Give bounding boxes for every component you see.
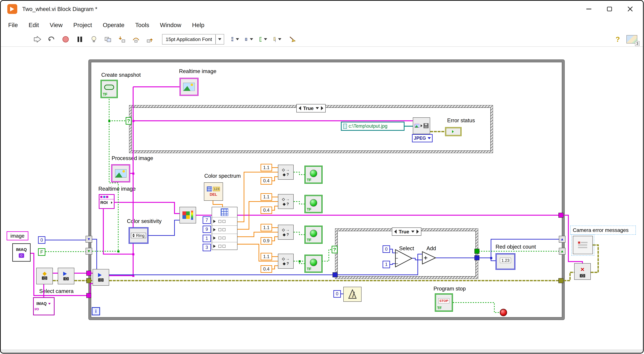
image-thumbnail-icon <box>414 124 420 128</box>
add-function-node[interactable] <box>422 251 436 264</box>
tunnel-image-in[interactable] <box>86 293 91 298</box>
tunnel-session-out[interactable] <box>558 213 564 218</box>
threshold-hi-4[interactable]: 1.1 <box>260 253 272 260</box>
wire-add-to-indicator <box>435 258 496 261</box>
in-range-node-3[interactable] <box>278 225 294 240</box>
case-prev-icon[interactable] <box>299 106 301 110</box>
camera-name-row[interactable]: IMAQ <box>34 301 53 306</box>
status-arrow-icon <box>452 130 454 133</box>
shift-register-left-boolean[interactable] <box>86 248 92 254</box>
wire-lo4 <box>272 266 278 269</box>
imaqdx-grab-node[interactable] <box>92 269 109 286</box>
threshold-hi-2[interactable]: 1.1 <box>260 193 272 201</box>
case-save-selector[interactable]: True <box>296 104 326 112</box>
roi-property-node[interactable]: ROI <box>99 194 114 209</box>
tunnel-session-in[interactable] <box>86 271 91 276</box>
tunnel-error-out[interactable] <box>558 278 564 283</box>
color-threshold-node[interactable] <box>180 207 196 223</box>
case-prev-icon[interactable] <box>394 230 396 234</box>
channel-constant-3[interactable]: 1 <box>202 235 211 242</box>
play-icon <box>63 272 69 276</box>
jpeg-format-value: JPEG <box>414 136 426 141</box>
threshold-hi-1[interactable]: 1.1 <box>260 164 272 171</box>
labview-window: Two_wheel.vi Block Diagram * File Edit V… <box>0 0 644 353</box>
case-save-question-terminal[interactable]: ? <box>126 117 132 125</box>
color-sensitivity-ring[interactable]: Ring <box>128 227 148 244</box>
arrow-right-icon <box>420 124 422 127</box>
channel-constant-2[interactable]: 9 <box>202 226 211 233</box>
imaqdx-open-camera-node[interactable] <box>36 268 53 284</box>
threshold-lo-2[interactable]: 0.4 <box>260 207 272 214</box>
case-count-selector[interactable]: True <box>392 227 421 236</box>
case-count-question-terminal[interactable]: ? <box>332 246 338 253</box>
color-spectrum-node[interactable]: 123 DEL <box>204 182 223 201</box>
channel-constant-1[interactable]: 7 <box>202 216 211 224</box>
create-snapshot-button[interactable]: TF <box>100 80 118 98</box>
led-indicator-1[interactable]: TF <box>304 166 322 184</box>
threshold-lo-1[interactable]: 0.4 <box>260 177 272 185</box>
case-next-icon[interactable] <box>416 230 419 234</box>
wire-ring-to-threshold <box>148 220 180 236</box>
case-next-icon[interactable] <box>321 106 323 110</box>
error-status-indicator[interactable] <box>445 127 462 136</box>
select-function-node[interactable] <box>395 249 412 267</box>
in-range-node-4[interactable] <box>278 254 294 269</box>
output-path-constant[interactable]: c:\Temp\output.jpg <box>341 122 405 131</box>
wire-select-to-add <box>412 258 422 260</box>
false-constant[interactable]: F <box>38 248 46 256</box>
chevron-down-icon <box>428 137 431 139</box>
select-camera-control[interactable]: IMAQ I/O <box>33 297 54 315</box>
tunnel-bool-out[interactable] <box>474 249 480 254</box>
property-row[interactable]: ROI <box>100 199 114 205</box>
disk-icon <box>424 123 428 128</box>
camera-icon <box>42 276 47 280</box>
color-quadrant-icon <box>182 211 190 219</box>
wire-bool-stop-to-terminal <box>453 303 500 312</box>
red-object-count-indicator[interactable]: 1.23 <box>496 253 516 270</box>
program-stop-button[interactable]: STOP TF <box>435 293 453 311</box>
jpeg-format-constant[interactable]: JPEG <box>412 134 432 142</box>
imaq-label: IMAQ <box>16 247 27 252</box>
tunnel-count-in[interactable] <box>332 272 338 277</box>
threshold-unbundle-node[interactable] <box>212 207 237 250</box>
imaqdx-configure-grab-node[interactable] <box>58 268 74 284</box>
threshold-lo-3[interactable]: 0.9 <box>260 237 272 245</box>
imaq-image-constant[interactable]: IMAQ <box>12 243 30 261</box>
shift-register-right-numeric[interactable] <box>559 236 566 242</box>
del-label: DEL <box>210 192 217 197</box>
channel-constant-4[interactable]: 3 <box>202 244 211 251</box>
loop-iteration-terminal[interactable]: i <box>92 307 100 315</box>
select-constant-1[interactable]: 1 <box>382 261 390 268</box>
tunnel-error-in[interactable] <box>86 278 91 283</box>
shift-register-left-numeric[interactable] <box>86 236 92 242</box>
wire-junction <box>132 120 134 122</box>
wire-lo3 <box>272 237 278 241</box>
spinner-icon <box>132 234 135 237</box>
wait-ms-node[interactable] <box>343 287 362 302</box>
chevron-down-icon[interactable] <box>411 231 414 233</box>
count-init-constant[interactable]: 0 <box>38 236 46 244</box>
led-indicator-3[interactable]: TF <box>304 226 322 244</box>
threshold-lo-4[interactable]: 0.4 <box>260 265 272 273</box>
imaq-write-file-node[interactable] <box>413 117 430 134</box>
tunnel-count-out[interactable] <box>474 255 480 260</box>
in-range-node-1[interactable] <box>278 165 294 180</box>
cluster-grid-icon <box>221 208 228 216</box>
realtime-image-top-indicator[interactable] <box>180 78 198 96</box>
imaqdx-close-camera-node[interactable] <box>574 263 591 280</box>
in-range-node-2[interactable] <box>278 194 294 209</box>
threshold-hi-3[interactable]: 1.1 <box>260 224 272 231</box>
camera-error-messages-indicator[interactable] <box>573 236 593 254</box>
chevron-down-icon[interactable] <box>316 107 319 109</box>
led-indicator-4[interactable]: TF <box>304 255 322 273</box>
numeric-badge: 123 <box>213 187 220 191</box>
ring-control[interactable]: Ring <box>131 233 146 238</box>
wait-constant[interactable]: 0 <box>334 290 341 298</box>
processed-image-indicator[interactable] <box>111 164 130 182</box>
shift-register-right-boolean[interactable] <box>559 248 566 254</box>
play-icon <box>98 273 104 277</box>
loop-condition-terminal[interactable] <box>500 309 507 316</box>
path-icon <box>343 124 347 129</box>
select-constant-0[interactable]: 0 <box>382 245 390 253</box>
led-indicator-2[interactable]: TF <box>304 195 322 213</box>
